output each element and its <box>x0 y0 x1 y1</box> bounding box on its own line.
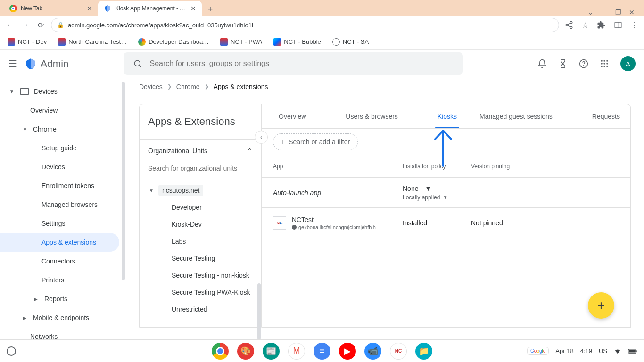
svg-rect-22 <box>636 350 637 352</box>
tab-label: Kiosks <box>438 113 457 120</box>
auto-launch-value: None <box>403 185 418 192</box>
tab-kiosks[interactable]: Kiosks <box>427 104 467 128</box>
ou-section-toggle[interactable]: Organizational Units ⌃ <box>140 139 261 162</box>
svg-point-15 <box>603 63 605 64</box>
ou-search[interactable] <box>148 162 253 175</box>
shelf-docs-icon[interactable]: ≡ <box>314 343 330 360</box>
shelf-paint-icon[interactable]: 🎨 <box>237 343 254 360</box>
tab-requests[interactable]: Requests <box>582 104 630 128</box>
reload-icon[interactable]: ⟳ <box>36 21 45 30</box>
nav-overview[interactable]: Overview <box>0 101 125 120</box>
minimize-icon[interactable]: — <box>601 8 608 16</box>
hamburger-icon[interactable]: ☰ <box>8 58 17 69</box>
shelf-status[interactable]: Google Apr 18 4:19 US <box>527 347 644 355</box>
ou-root[interactable]: ▼ncsutops.net <box>143 182 261 199</box>
maximize-icon[interactable]: ❐ <box>615 8 621 16</box>
bookmark-item[interactable]: North Carolina Test… <box>58 38 127 46</box>
new-tab-button[interactable]: + <box>204 3 217 16</box>
forward-icon[interactable]: → <box>21 21 30 29</box>
search-bar[interactable] <box>124 52 463 75</box>
side-panel-icon[interactable] <box>614 21 622 29</box>
ou-child[interactable]: Secure Testing <box>143 250 261 267</box>
shelf-gmail-icon[interactable]: M <box>288 343 305 360</box>
shelf: 🎨 📰 M ≡ ▶ 📹 NC 📁 Google Apr 18 4:19 US <box>0 339 644 362</box>
shelf-time: 4:19 <box>580 347 592 354</box>
breadcrumb-item[interactable]: Chrome <box>176 83 200 90</box>
close-icon[interactable]: ✕ <box>87 5 92 12</box>
ou-child[interactable]: Developer <box>143 199 261 216</box>
bookmark-item[interactable]: Developer Dashboa… <box>138 38 209 46</box>
close-icon[interactable]: ✕ <box>190 5 196 12</box>
nav-settings[interactable]: Settings <box>0 214 125 233</box>
wifi-icon <box>614 347 621 355</box>
bookmark-item[interactable]: NCT - Dev <box>8 38 47 46</box>
chevron-down-icon[interactable]: ▼ <box>443 195 447 200</box>
extensions-icon[interactable] <box>597 21 605 29</box>
menu-icon[interactable]: ⋮ <box>631 21 638 30</box>
shelf-nctest-icon[interactable]: NC <box>390 343 407 360</box>
ou-child[interactable]: Unrestricted <box>143 301 261 318</box>
ou-child[interactable]: Kiosk-Dev <box>143 216 261 233</box>
ou-child[interactable]: Labs <box>143 233 261 250</box>
window-controls: ⌄ — ❐ ✕ <box>582 8 640 16</box>
admin-logo[interactable]: Admin <box>25 58 69 70</box>
star-icon[interactable]: ☆ <box>582 21 588 30</box>
ou-child[interactable]: Secure Testing - non-kiosk <box>143 267 261 284</box>
nav-mobile[interactable]: ▶Mobile & endpoints <box>0 308 125 327</box>
shelf-youtube-icon[interactable]: ▶ <box>339 343 356 360</box>
nav-label: Reports <box>44 295 67 303</box>
tab-1-active[interactable]: Kiosk App Management - Admin ✕ <box>98 1 202 16</box>
bookmark-item[interactable]: NCT - SA <box>332 38 369 46</box>
chevron-down-icon: ▼ <box>425 185 431 192</box>
close-window-icon[interactable]: ✕ <box>629 8 635 16</box>
tab-search-icon[interactable]: ⌄ <box>588 8 594 16</box>
add-filter-button[interactable]: + Search or add a filter <box>273 133 358 150</box>
shelf-files-icon[interactable]: 📁 <box>415 343 432 360</box>
tab-users-browsers[interactable]: Users & browsers <box>335 104 408 128</box>
app-row[interactable]: NC NCTest gekbonallhcfalincpgmjcipmjehfh… <box>262 208 630 238</box>
breadcrumb-item[interactable]: Devices <box>139 83 163 90</box>
auto-launch-row: Auto-launch app None ▼ Locally applied ▼ <box>262 178 630 208</box>
add-app-fab[interactable]: + <box>588 292 614 319</box>
ou-name: Secure Testing PWA-Kiosk <box>172 288 250 296</box>
search-input[interactable] <box>150 59 454 68</box>
scrollbar-icon[interactable] <box>257 283 261 340</box>
bookmark-item[interactable]: NCT - PWA <box>220 38 262 46</box>
nav-setup-guide[interactable]: Setup guide <box>0 139 125 157</box>
nav-managed-browsers[interactable]: Managed browsers <box>0 195 125 214</box>
tab-0[interactable]: New Tab ✕ <box>4 1 98 16</box>
shelf-chrome-icon[interactable] <box>212 343 229 360</box>
version-pinning-value: Not pinned <box>471 219 619 227</box>
avatar[interactable]: A <box>620 56 636 71</box>
svg-line-3 <box>568 23 570 25</box>
ou-name: Kiosk-Dev <box>172 221 202 228</box>
auto-launch-select[interactable]: None ▼ <box>403 185 619 192</box>
share-icon[interactable] <box>565 21 573 29</box>
nav-connectors[interactable]: Connectors <box>0 252 125 271</box>
nav-printers[interactable]: Printers <box>0 271 125 289</box>
shelf-zoom-icon[interactable]: 📹 <box>364 343 381 360</box>
nav-devices[interactable]: ▼Devices <box>0 82 125 101</box>
ou-search-input[interactable] <box>148 162 253 175</box>
tab-label: Managed guest sessions <box>479 113 553 120</box>
bookmark-item[interactable]: NCT - Bubble <box>273 38 321 46</box>
install-policy-value: Installed <box>403 219 471 227</box>
tab-overview[interactable]: Overview <box>268 104 316 128</box>
apps-grid-icon[interactable] <box>600 59 609 68</box>
tab-label: Users & browsers <box>346 113 397 120</box>
help-icon[interactable] <box>579 59 588 68</box>
shelf-news-icon[interactable]: 📰 <box>263 343 280 360</box>
omnibox[interactable]: 🔒 admin.google.com/ac/chrome/apps/kiosk?… <box>51 18 559 32</box>
ou-child[interactable]: Secure Testing PWA-Kiosk <box>143 284 261 301</box>
nav-reports[interactable]: ▶Reports <box>0 289 125 308</box>
nav-enrollment[interactable]: Enrollment tokens <box>0 176 125 195</box>
launcher-button[interactable] <box>0 346 23 356</box>
nav-devices-sub[interactable]: Devices <box>0 157 125 176</box>
bell-icon[interactable] <box>537 59 547 68</box>
tab-mgs[interactable]: Managed guest sessions <box>469 104 563 128</box>
svg-point-10 <box>584 66 584 66</box>
back-icon[interactable]: ← <box>6 21 15 29</box>
nav-chrome[interactable]: ▼Chrome <box>0 120 125 139</box>
nav-apps-extensions[interactable]: Apps & extensions <box>0 233 119 252</box>
hourglass-icon[interactable] <box>558 59 568 68</box>
